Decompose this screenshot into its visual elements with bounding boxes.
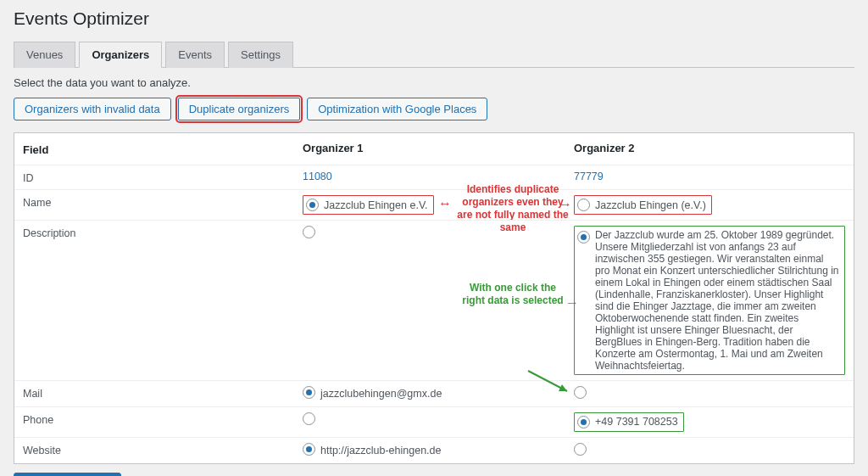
label-description: Description (23, 226, 303, 239)
row-mail: Mail jazzclubehingen@gmx.de (14, 380, 854, 406)
radio-org2-description[interactable] (577, 231, 590, 244)
radio-org2-phone[interactable] (577, 416, 590, 428)
radio-org2-website[interactable] (574, 443, 587, 456)
tab-organizers[interactable]: Organizers (79, 42, 162, 68)
filter-button-row: Organizers with invalid data Duplicate o… (14, 98, 854, 120)
radio-org1-name[interactable] (306, 199, 319, 211)
btn-google-places[interactable]: Optimization with Google Places (307, 98, 487, 120)
header-org2: Organizer 2 (574, 142, 845, 154)
org2-name: Jazzclub Ehingen (e.V.) (595, 199, 706, 211)
tab-venues[interactable]: Venues (14, 42, 75, 68)
label-phone: Phone (23, 412, 303, 426)
row-website: Website http://jazzclub-ehingen.de (14, 437, 854, 463)
tab-settings[interactable]: Settings (228, 42, 293, 68)
header-field: Field (23, 142, 303, 156)
label-website: Website (23, 443, 303, 456)
instruction-text: Select the data you want to analyze. (14, 76, 854, 89)
row-description: Description With one click the right dat… (14, 220, 854, 380)
btn-duplicate-organizers[interactable]: Duplicate organizers (178, 98, 301, 120)
header-org1: Organizer 1 (303, 142, 574, 154)
org2-phone: +49 7391 708253 (595, 416, 678, 428)
row-phone: Phone +49 7391 708253 (14, 406, 854, 437)
page-title: Events Optimizer (14, 8, 854, 29)
org1-mail: jazzclubehingen@gmx.de (320, 386, 442, 401)
org1-website: http://jazzclub-ehingen.de (320, 443, 441, 458)
tab-events[interactable]: Events (165, 42, 225, 68)
annotation-oneclick: With one click the right data is selecte… (462, 282, 564, 307)
radio-org2-mail[interactable] (574, 386, 587, 399)
row-id: ID 11080 77779 (14, 165, 854, 189)
org2-description: Der Jazzclub wurde am 25. Oktober 1989 g… (595, 229, 839, 372)
label-mail: Mail (23, 386, 303, 400)
table-header-row: Field Organizer 1 Organizer 2 (14, 133, 854, 165)
radio-org2-name[interactable] (577, 199, 590, 211)
org2-id-link[interactable]: 77779 (574, 171, 604, 182)
merge-button[interactable]: Merge organizers (14, 473, 121, 476)
row-name: Name Jazzclub Ehingen e.V. ↔ Identifies … (14, 189, 854, 220)
radio-org1-phone[interactable] (303, 412, 315, 425)
comparison-table: Field Organizer 1 Organizer 2 ID 11080 7… (14, 132, 854, 464)
tab-bar: Venues Organizers Events Settings (14, 41, 854, 68)
radio-org1-mail[interactable] (303, 386, 315, 399)
label-name: Name (23, 195, 303, 209)
org1-name: Jazzclub Ehingen e.V. (324, 199, 428, 211)
radio-org1-website[interactable] (303, 443, 315, 456)
radio-org1-description[interactable] (303, 226, 315, 238)
org1-id-link[interactable]: 11080 (303, 171, 332, 182)
arrow-left-icon: ↔ (438, 196, 452, 211)
btn-invalid-data[interactable]: Organizers with invalid data (14, 98, 171, 120)
label-id: ID (23, 171, 303, 184)
